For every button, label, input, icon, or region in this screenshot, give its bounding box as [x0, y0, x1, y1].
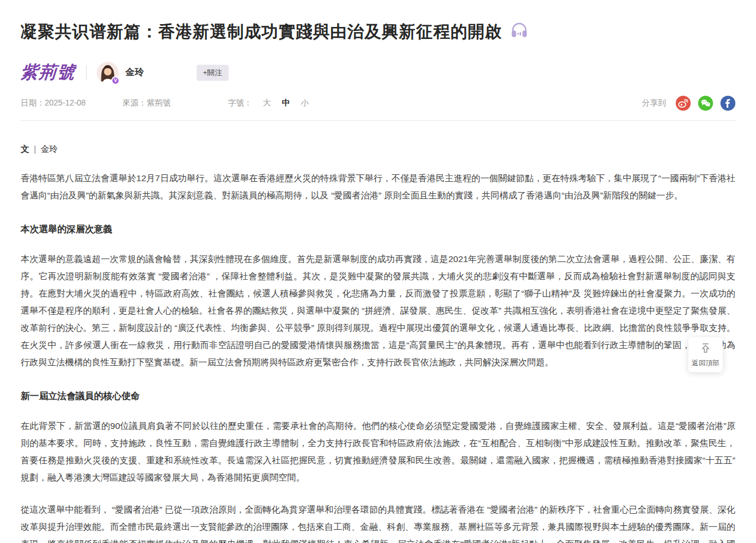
- share-group: 分享到: [642, 96, 735, 111]
- author-name[interactable]: 金玲: [126, 67, 144, 79]
- fontsize-small[interactable]: 小: [301, 98, 309, 108]
- author-header: 紫荊號 V 金玲 +關注: [21, 61, 735, 84]
- arrow-up-icon: [699, 342, 712, 354]
- paragraph-4: 從這次選舉中能看到， “愛國者治港” 已從一項政治原則，全面轉化為貫穿選舉和治理…: [21, 501, 735, 543]
- section-heading-1: 本次選舉的深層次意義: [21, 224, 735, 236]
- byline-author: 金玲: [41, 144, 58, 154]
- byline-separator: |: [34, 144, 36, 154]
- share-label: 分享到: [642, 98, 666, 108]
- page-title-text: 凝聚共识谱新篇：香港新選制成功實踐與由治及興新征程的開啟: [21, 21, 502, 44]
- paragraph-3: 在此背景下，新當選的90位議員肩負著不同於以往的歷史重任，需要承社會的高期待。他…: [21, 417, 735, 486]
- header-divider: [21, 120, 735, 121]
- article-page: 凝聚共识谱新篇：香港新選制成功實踐與由治及興新征程的開啟 紫荊號: [0, 11, 756, 543]
- byline-prefix: 文: [21, 144, 29, 154]
- site-logo[interactable]: 紫荊號: [20, 61, 77, 84]
- fontsize-large[interactable]: 大: [263, 98, 271, 108]
- facebook-icon[interactable]: [720, 96, 735, 111]
- date-label: 日期：: [21, 98, 45, 107]
- wechat-icon[interactable]: [698, 96, 713, 111]
- headphones-icon[interactable]: [509, 20, 530, 45]
- fontsize-label: 字號：: [228, 98, 252, 108]
- source-value[interactable]: 紫荊號: [147, 98, 171, 107]
- paragraph-1: 香港特區第八屆立法會選舉於12月7日成功舉行。這次選舉在香港經歷火災的特殊背景下…: [21, 170, 735, 204]
- follow-button[interactable]: +關注: [197, 65, 229, 81]
- verified-badge: V: [111, 76, 120, 85]
- fontsize-medium[interactable]: 中: [282, 98, 290, 108]
- fontsize-control: 字號： 大 中 小: [228, 98, 309, 108]
- date-value: 2025-12-08: [45, 98, 86, 107]
- date-field: 日期：2025-12-08: [21, 98, 86, 108]
- meta-row: 日期：2025-12-08 來源：紫荊號 字號： 大 中 小 分享到: [21, 96, 735, 111]
- page-title: 凝聚共识谱新篇：香港新選制成功實踐與由治及興新征程的開啟: [21, 11, 735, 45]
- back-to-top-label: 返回頂部: [688, 358, 723, 368]
- weibo-icon[interactable]: [676, 96, 691, 111]
- back-to-top-button[interactable]: 返回頂部: [688, 337, 723, 372]
- byline: 文|金玲: [21, 144, 735, 155]
- source-label: 來源：: [123, 98, 147, 107]
- author-avatar[interactable]: V: [97, 62, 119, 84]
- vertical-divider: [86, 65, 87, 80]
- section-heading-2: 新一屆立法會議員的核心使命: [21, 390, 735, 403]
- source-field: 來源：紫荊號: [123, 98, 171, 108]
- paragraph-2: 本次選舉的意義遠超一次常規的議會輪替，其深刻性體現在多個維度。首先是新選舉制度的…: [21, 251, 735, 371]
